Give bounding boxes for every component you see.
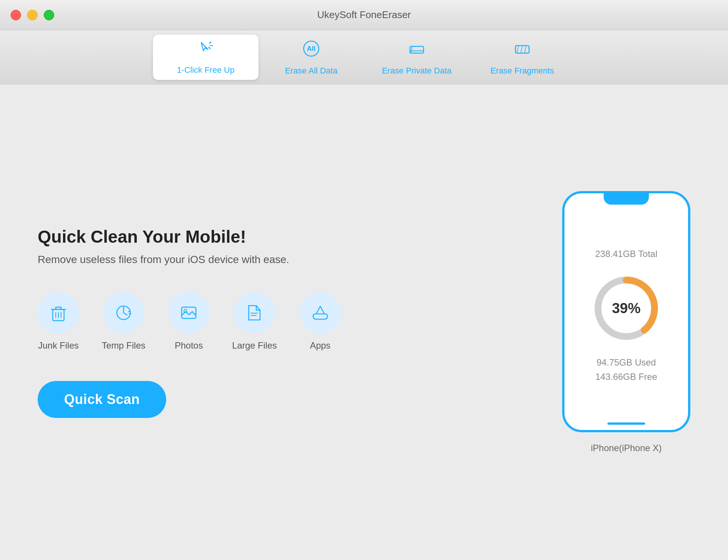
junk-icon-circle	[38, 292, 79, 334]
erase-fragments-icon	[512, 39, 532, 62]
tab-erase-fragments-label: Erase Fragments	[491, 66, 554, 76]
tab-erase-all[interactable]: All Erase All Data	[258, 35, 364, 80]
tab-one-click-label: 1-Click Free Up	[177, 65, 235, 75]
storage-free: 143.66GB Free	[595, 372, 657, 382]
tab-one-click[interactable]: 1-Click Free Up	[153, 35, 258, 80]
category-large[interactable]: Large Files	[232, 292, 277, 351]
tab-erase-private-label: Erase Private Data	[382, 66, 452, 76]
category-icons: Junk Files Temp Files	[38, 292, 532, 351]
tab-bar: 1-Click Free Up All Erase All Data Erase…	[0, 30, 728, 84]
apps-label: Apps	[310, 340, 330, 351]
one-click-icon	[197, 40, 215, 61]
iphone-frame: 238.41GB Total 39% 94.75GB Used 143.66GB…	[562, 191, 690, 432]
storage-total: 238.41GB Total	[595, 249, 657, 259]
minimize-button[interactable]	[27, 10, 38, 20]
maximize-button[interactable]	[44, 10, 54, 20]
large-label: Large Files	[232, 340, 277, 351]
storage-used: 94.75GB Used	[596, 357, 656, 368]
apps-icon-circle	[300, 292, 341, 334]
window-controls	[11, 10, 54, 20]
svg-text:All: All	[307, 45, 315, 52]
junk-label: Junk Files	[38, 340, 79, 351]
temp-icon-circle	[103, 292, 144, 334]
temp-label: Temp Files	[102, 340, 145, 351]
category-temp[interactable]: Temp Files	[102, 292, 145, 351]
svg-line-2	[209, 47, 210, 49]
erase-private-icon	[407, 39, 427, 62]
device-name: iPhone(iPhone X)	[591, 443, 662, 453]
svg-line-0	[210, 42, 211, 43]
headline-group: Quick Clean Your Mobile! Remove useless …	[38, 226, 532, 265]
tab-erase-all-label: Erase All Data	[285, 66, 337, 76]
storage-info: 94.75GB Used 143.66GB Free	[595, 357, 657, 382]
photos-label: Photos	[175, 340, 203, 351]
photos-icon-circle	[168, 292, 210, 334]
quick-scan-button[interactable]: Quick Scan	[38, 381, 166, 418]
category-photos[interactable]: Photos	[168, 292, 210, 351]
category-junk[interactable]: Junk Files	[38, 292, 79, 351]
close-button[interactable]	[11, 10, 21, 20]
storage-percent: 39%	[612, 300, 641, 317]
title-bar: UkeySoft FoneEraser	[0, 0, 728, 30]
window-title: UkeySoft FoneEraser	[317, 9, 411, 21]
large-icon-circle	[234, 292, 275, 334]
tab-erase-fragments[interactable]: Erase Fragments	[470, 35, 575, 80]
right-panel: 238.41GB Total 39% 94.75GB Used 143.66GB…	[562, 191, 690, 453]
main-subheadline: Remove useless files from your iOS devic…	[38, 254, 532, 266]
main-headline: Quick Clean Your Mobile!	[38, 226, 532, 247]
svg-line-12	[128, 311, 130, 312]
erase-all-icon: All	[301, 39, 321, 62]
tab-erase-private[interactable]: Erase Private Data	[364, 35, 470, 80]
storage-donut: 39%	[589, 271, 664, 346]
left-panel: Quick Clean Your Mobile! Remove useless …	[38, 226, 532, 418]
category-apps[interactable]: Apps	[300, 292, 341, 351]
main-content: Quick Clean Your Mobile! Remove useless …	[0, 84, 728, 560]
